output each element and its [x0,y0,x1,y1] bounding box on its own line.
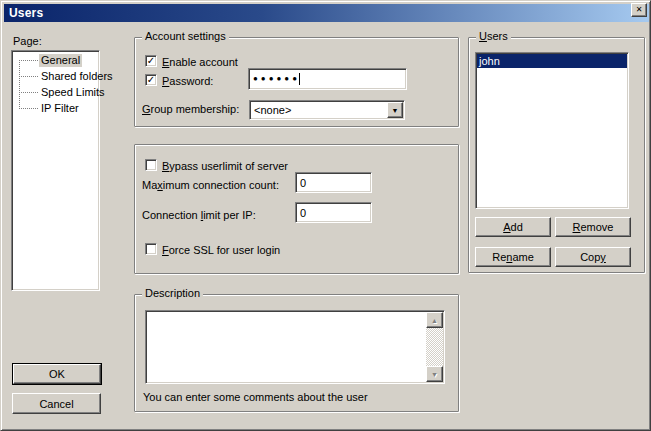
copy-button-label: Copy [580,251,606,263]
account-settings-group: Account settings ✓ Enable account ✓ Pass… [134,37,459,127]
tree-item-label[interactable]: Speed Limits [39,86,107,99]
force-ssl-checkbox[interactable] [145,243,157,255]
check-icon: ✓ [147,75,155,85]
enable-account-checkbox[interactable]: ✓ [145,55,157,67]
group-membership-label: Group membership: [142,103,239,115]
password-label[interactable]: Password: [162,75,213,87]
tree-item-label[interactable]: Shared folders [39,70,115,83]
user-name: john [479,55,500,67]
close-icon: ✕ [636,6,643,14]
bypass-userlimit-checkbox[interactable] [145,159,157,171]
tree-branch-icon [19,108,38,109]
users-listbox[interactable]: john [475,52,629,209]
add-user-button[interactable]: Add [475,217,551,237]
titlebar[interactable]: Users [4,4,649,22]
close-button[interactable]: ✕ [631,3,647,17]
users-dialog: Users ✕ Page: General Shared folders Spe… [0,0,651,431]
max-connection-count-input[interactable]: 0 [295,172,372,193]
connection-limit-per-ip-input[interactable]: 0 [295,202,372,223]
users-group: Users john Add Remove Rename Copy [468,37,645,273]
tree-item-general[interactable]: General [12,54,97,67]
connection-limit-per-ip-label: Connection limit per IP: [142,209,256,221]
tree-item-speed-limits[interactable]: Speed Limits [12,86,97,99]
tree-branch-icon [19,60,38,61]
page-tree[interactable]: General Shared folders Speed Limits IP F… [11,50,100,291]
max-connection-count-value: 0 [300,177,306,189]
description-group-title: Description [142,287,203,300]
text-caret [299,73,300,85]
remove-button-label: Remove [573,221,614,233]
bypass-userlimit-label[interactable]: Bypass userlimit of server [162,160,288,172]
ok-button[interactable]: OK [13,364,101,384]
page-label: Page: [13,35,42,47]
account-settings-group-title: Account settings [142,30,229,43]
rename-button-label: Rename [492,251,534,263]
tree-item-ip-filter[interactable]: IP Filter [12,102,97,115]
window-title: Users [4,6,43,20]
tree-item-label[interactable]: General [39,54,82,67]
user-list-item-selected[interactable]: john [477,54,627,68]
tree-branch-icon [19,76,38,77]
arrow-up-icon: ▲ [431,317,438,324]
description-caption: You can enter some comments about the us… [143,391,368,403]
group-membership-select[interactable]: <none> ▼ [249,100,405,120]
arrow-down-icon: ▼ [431,371,438,378]
check-icon: ✓ [147,56,155,66]
tree-branch-icon [19,92,38,93]
users-group-title: Users [476,30,511,43]
force-ssl-label[interactable]: Force SSL for user login [162,244,280,256]
password-input[interactable]: ●●●●●● [248,68,407,90]
rename-user-button[interactable]: Rename [475,247,551,267]
copy-user-button[interactable]: Copy [555,247,631,267]
connection-limit-per-ip-value: 0 [300,207,306,219]
tree-item-label[interactable]: IP Filter [39,102,81,115]
ok-button-label: OK [49,368,65,380]
enable-account-label[interactable]: Enable account [162,56,238,68]
cancel-button[interactable]: Cancel [12,393,101,414]
tree-item-shared-folders[interactable]: Shared folders [12,70,97,83]
description-group: Description ▲ ▼ You can enter some comme… [134,294,459,412]
password-checkbox[interactable]: ✓ [145,74,157,86]
group-membership-value: <none> [254,104,291,116]
dropdown-button[interactable]: ▼ [387,102,403,118]
cancel-button-label: Cancel [39,398,73,410]
max-connection-count-label: Maximum connection count: [142,179,279,191]
scroll-up-button[interactable]: ▲ [426,312,443,328]
description-textarea[interactable]: ▲ ▼ [145,310,445,384]
limits-group: Bypass userlimit of server Maximum conne… [134,144,459,274]
add-button-label: Add [503,221,523,233]
chevron-down-icon: ▼ [392,107,399,114]
remove-user-button[interactable]: Remove [555,217,631,237]
scroll-down-button[interactable]: ▼ [426,366,443,382]
description-scrollbar[interactable]: ▲ ▼ [426,312,443,382]
password-masked-value: ●●●●●● [253,75,300,83]
